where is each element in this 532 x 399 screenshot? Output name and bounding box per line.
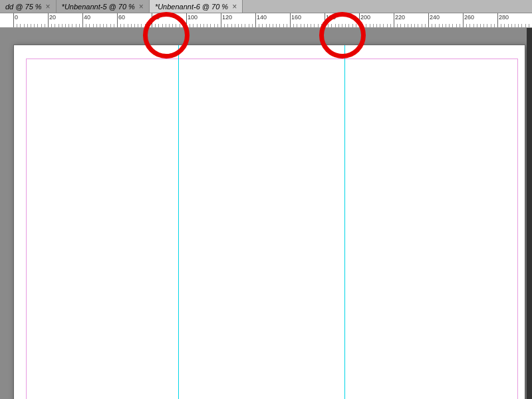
ruler-minor-tick — [422, 24, 422, 27]
tab-label: *Unbenannt-5 @ 70 % — [62, 3, 135, 11]
tab-label: dd @ 75 % — [5, 3, 42, 11]
ruler-minor-tick — [397, 24, 398, 27]
ruler-label: 80 — [152, 14, 160, 21]
ruler-label: 20 — [49, 14, 56, 21]
ruler-minor-tick — [494, 24, 495, 27]
ruler-minor-tick — [466, 24, 467, 27]
ruler-minor-tick — [72, 24, 72, 27]
ruler-minor-tick — [245, 24, 245, 27]
vertical-guide-1[interactable] — [178, 45, 179, 399]
tab-unbenannt-5[interactable]: *Unbenannt-5 @ 70 % × — [57, 0, 150, 13]
tab-dd[interactable]: dd @ 75 % × — [0, 0, 57, 13]
ruler-minor-tick — [383, 24, 384, 27]
ruler-minor-tick — [200, 24, 201, 27]
ruler-minor-tick — [166, 24, 166, 27]
ruler-minor-tick — [525, 24, 526, 27]
ruler-minor-tick — [120, 24, 121, 27]
ruler-minor-tick — [124, 24, 124, 27]
ruler-minor-tick — [352, 24, 353, 27]
ruler-minor-tick — [400, 24, 401, 27]
ruler-minor-tick — [100, 24, 100, 27]
ruler-minor-tick — [362, 24, 363, 27]
ruler-minor-tick — [469, 24, 470, 27]
ruler-tick: 220 — [394, 13, 394, 27]
ruler-minor-tick — [96, 24, 97, 27]
ruler-minor-tick — [197, 24, 198, 27]
tab-unbenannt-6[interactable]: *Unbenannt-6 @ 70 % × — [150, 0, 243, 13]
horizontal-ruler[interactable]: 020406080100120140160180200220240260280 — [0, 13, 532, 27]
ruler-minor-tick — [456, 24, 457, 27]
close-icon[interactable]: × — [46, 2, 51, 11]
ruler-minor-tick — [214, 24, 215, 27]
ruler-minor-tick — [190, 24, 190, 27]
ruler-minor-tick — [17, 24, 17, 27]
ruler-tick: 280 — [497, 13, 498, 27]
ruler-minor-tick — [342, 24, 342, 27]
ruler-tick: 200 — [359, 13, 360, 27]
tab-bar: dd @ 75 % × *Unbenannt-5 @ 70 % × *Unben… — [0, 0, 532, 13]
ruler-minor-tick — [335, 24, 336, 27]
ruler-minor-tick — [501, 24, 501, 27]
ruler-minor-tick — [249, 24, 249, 27]
ruler-tick: 260 — [463, 13, 464, 27]
ruler-minor-tick — [172, 24, 173, 27]
ruler-tick: 0 — [13, 13, 14, 27]
ruler-tick: 120 — [221, 13, 221, 27]
ruler-minor-tick — [59, 24, 59, 27]
ruler-minor-tick — [134, 24, 135, 27]
ruler-minor-tick — [138, 24, 138, 27]
ruler-minor-tick — [515, 24, 515, 27]
vertical-guide-2[interactable] — [344, 45, 345, 399]
ruler-minor-tick — [31, 24, 31, 27]
canvas-area[interactable] — [0, 28, 532, 399]
ruler-minor-tick — [418, 24, 418, 27]
ruler-minor-tick — [180, 24, 180, 27]
ruler-minor-tick — [480, 24, 481, 27]
ruler-label: 60 — [118, 14, 125, 21]
ruler-tick: 140 — [255, 13, 256, 27]
ruler-label: 180 — [325, 14, 336, 21]
scrollbar-vertical[interactable] — [527, 28, 532, 399]
ruler-minor-tick — [86, 24, 86, 27]
ruler-minor-tick — [331, 24, 332, 27]
ruler-minor-tick — [114, 24, 114, 27]
ruler-minor-tick — [504, 24, 505, 27]
ruler-minor-tick — [20, 24, 21, 27]
ruler-minor-tick — [41, 24, 42, 27]
ruler-minor-tick — [307, 24, 308, 27]
close-icon[interactable]: × — [232, 2, 237, 11]
ruler-minor-tick — [345, 24, 346, 27]
ruler-minor-tick — [408, 24, 408, 27]
ruler-minor-tick — [508, 24, 509, 27]
ruler-minor-tick — [45, 24, 45, 27]
ruler-minor-tick — [373, 24, 374, 27]
ruler-label: 240 — [429, 14, 440, 21]
ruler-minor-tick — [435, 24, 436, 27]
ruler-minor-tick — [446, 24, 446, 27]
ruler-minor-tick — [231, 24, 232, 27]
ruler-minor-tick — [293, 24, 294, 27]
ruler-minor-tick — [27, 24, 28, 27]
ruler-minor-tick — [279, 24, 280, 27]
ruler-minor-tick — [521, 24, 522, 27]
ruler-label: 260 — [464, 14, 474, 21]
margin-frame — [26, 59, 518, 399]
ruler-minor-tick — [235, 24, 235, 27]
ruler-minor-tick — [483, 24, 484, 27]
ruler-minor-tick — [356, 24, 356, 27]
ruler-minor-tick — [387, 24, 388, 27]
ruler-minor-tick — [176, 24, 176, 27]
ruler-minor-tick — [487, 24, 487, 27]
ruler-minor-tick — [158, 24, 159, 27]
ruler-minor-tick — [314, 24, 315, 27]
ruler-minor-tick — [148, 24, 149, 27]
ruler-minor-tick — [183, 24, 184, 27]
ruler-minor-tick — [155, 24, 156, 27]
ruler-tick: 20 — [48, 13, 49, 27]
close-icon[interactable]: × — [139, 2, 144, 11]
ruler-minor-tick — [452, 24, 453, 27]
ruler-minor-tick — [34, 24, 35, 27]
ruler-minor-tick — [76, 24, 76, 27]
ruler-minor-tick — [511, 24, 512, 27]
ruler-label: 200 — [360, 14, 370, 21]
